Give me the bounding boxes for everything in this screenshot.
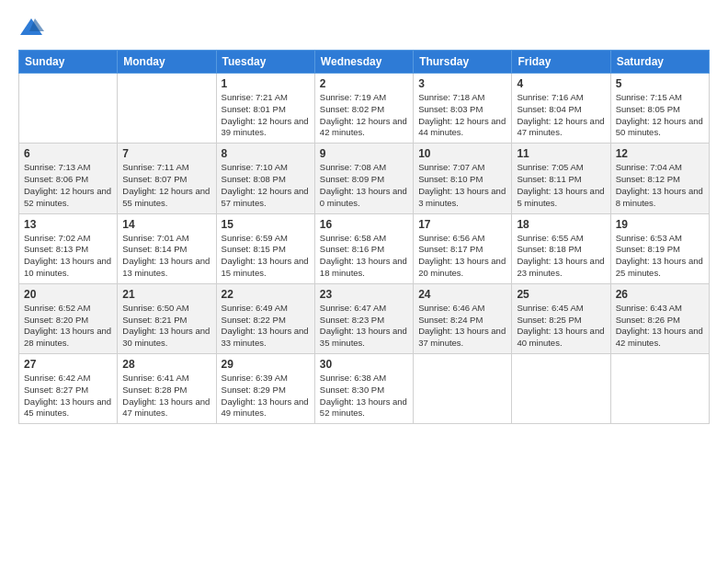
day-number: 5 <box>616 77 704 90</box>
calendar-cell: 13Sunrise: 7:02 AM Sunset: 8:13 PM Dayli… <box>19 213 118 283</box>
day-number: 27 <box>24 358 112 371</box>
calendar-cell <box>19 74 118 144</box>
calendar-week-row: 1Sunrise: 7:21 AM Sunset: 8:01 PM Daylig… <box>19 74 710 144</box>
day-info: Sunrise: 7:19 AM Sunset: 8:02 PM Dayligh… <box>320 92 408 139</box>
calendar-cell: 26Sunrise: 6:43 AM Sunset: 8:26 PM Dayli… <box>610 283 709 353</box>
calendar-day-header: Thursday <box>414 51 512 74</box>
calendar-cell <box>414 354 512 424</box>
calendar-cell: 24Sunrise: 6:46 AM Sunset: 8:24 PM Dayli… <box>414 283 512 353</box>
calendar-cell: 25Sunrise: 6:45 AM Sunset: 8:25 PM Dayli… <box>512 283 610 353</box>
day-number: 22 <box>222 288 310 301</box>
calendar-day-header: Monday <box>118 51 216 74</box>
day-info: Sunrise: 7:10 AM Sunset: 8:08 PM Dayligh… <box>222 162 310 209</box>
page: SundayMondayTuesdayWednesdayThursdayFrid… <box>0 0 728 563</box>
calendar-cell: 8Sunrise: 7:10 AM Sunset: 8:08 PM Daylig… <box>216 144 314 213</box>
calendar-cell: 1Sunrise: 7:21 AM Sunset: 8:01 PM Daylig… <box>216 74 314 144</box>
day-number: 25 <box>517 288 605 301</box>
day-info: Sunrise: 6:56 AM Sunset: 8:17 PM Dayligh… <box>418 233 506 280</box>
day-number: 7 <box>122 147 210 160</box>
day-number: 8 <box>222 147 310 160</box>
day-number: 20 <box>24 288 112 301</box>
calendar-cell <box>512 354 610 424</box>
day-info: Sunrise: 7:08 AM Sunset: 8:09 PM Dayligh… <box>320 162 408 209</box>
day-info: Sunrise: 6:47 AM Sunset: 8:23 PM Dayligh… <box>320 303 408 350</box>
header <box>18 15 710 40</box>
day-info: Sunrise: 7:15 AM Sunset: 8:05 PM Dayligh… <box>616 92 704 139</box>
day-number: 15 <box>222 218 310 231</box>
calendar-cell: 9Sunrise: 7:08 AM Sunset: 8:09 PM Daylig… <box>314 144 413 213</box>
calendar-cell: 7Sunrise: 7:11 AM Sunset: 8:07 PM Daylig… <box>118 144 216 213</box>
day-number: 19 <box>616 218 704 231</box>
day-number: 23 <box>320 288 408 301</box>
day-number: 26 <box>616 288 704 301</box>
day-info: Sunrise: 6:49 AM Sunset: 8:22 PM Dayligh… <box>222 303 310 350</box>
day-info: Sunrise: 6:59 AM Sunset: 8:15 PM Dayligh… <box>222 233 310 280</box>
day-info: Sunrise: 6:50 AM Sunset: 8:21 PM Dayligh… <box>122 303 210 350</box>
day-number: 9 <box>320 147 408 160</box>
calendar-day-header: Saturday <box>610 51 709 74</box>
day-info: Sunrise: 7:21 AM Sunset: 8:01 PM Dayligh… <box>222 92 310 139</box>
day-number: 17 <box>418 218 506 231</box>
calendar-cell: 19Sunrise: 6:53 AM Sunset: 8:19 PM Dayli… <box>610 213 709 283</box>
logo-icon <box>18 15 44 40</box>
calendar-header-row: SundayMondayTuesdayWednesdayThursdayFrid… <box>19 51 710 74</box>
calendar-cell: 4Sunrise: 7:16 AM Sunset: 8:04 PM Daylig… <box>512 74 610 144</box>
day-number: 3 <box>418 77 506 90</box>
calendar-cell: 6Sunrise: 7:13 AM Sunset: 8:06 PM Daylig… <box>19 144 118 213</box>
day-info: Sunrise: 7:05 AM Sunset: 8:11 PM Dayligh… <box>517 162 605 209</box>
day-number: 13 <box>24 218 112 231</box>
day-info: Sunrise: 7:16 AM Sunset: 8:04 PM Dayligh… <box>517 92 605 139</box>
day-info: Sunrise: 6:45 AM Sunset: 8:25 PM Dayligh… <box>517 303 605 350</box>
calendar-cell: 22Sunrise: 6:49 AM Sunset: 8:22 PM Dayli… <box>216 283 314 353</box>
day-number: 10 <box>418 147 506 160</box>
day-number: 12 <box>616 147 704 160</box>
logo <box>18 15 48 40</box>
day-info: Sunrise: 7:04 AM Sunset: 8:12 PM Dayligh… <box>616 162 704 209</box>
day-info: Sunrise: 7:11 AM Sunset: 8:07 PM Dayligh… <box>122 162 210 209</box>
day-number: 11 <box>517 147 605 160</box>
day-info: Sunrise: 6:52 AM Sunset: 8:20 PM Dayligh… <box>24 303 112 350</box>
calendar-day-header: Wednesday <box>314 51 413 74</box>
calendar-cell: 14Sunrise: 7:01 AM Sunset: 8:14 PM Dayli… <box>118 213 216 283</box>
calendar-cell: 3Sunrise: 7:18 AM Sunset: 8:03 PM Daylig… <box>414 74 512 144</box>
calendar-cell: 18Sunrise: 6:55 AM Sunset: 8:18 PM Dayli… <box>512 213 610 283</box>
calendar-cell: 12Sunrise: 7:04 AM Sunset: 8:12 PM Dayli… <box>610 144 709 213</box>
calendar-cell: 20Sunrise: 6:52 AM Sunset: 8:20 PM Dayli… <box>19 283 118 353</box>
day-info: Sunrise: 6:53 AM Sunset: 8:19 PM Dayligh… <box>616 233 704 280</box>
calendar-cell: 17Sunrise: 6:56 AM Sunset: 8:17 PM Dayli… <box>414 213 512 283</box>
day-info: Sunrise: 6:55 AM Sunset: 8:18 PM Dayligh… <box>517 233 605 280</box>
calendar-cell <box>118 74 216 144</box>
day-info: Sunrise: 6:46 AM Sunset: 8:24 PM Dayligh… <box>418 303 506 350</box>
day-number: 18 <box>517 218 605 231</box>
calendar-week-row: 6Sunrise: 7:13 AM Sunset: 8:06 PM Daylig… <box>19 144 710 213</box>
day-number: 29 <box>222 358 310 371</box>
day-info: Sunrise: 6:42 AM Sunset: 8:27 PM Dayligh… <box>24 373 112 419</box>
calendar-cell: 30Sunrise: 6:38 AM Sunset: 8:30 PM Dayli… <box>314 354 413 424</box>
calendar-cell: 2Sunrise: 7:19 AM Sunset: 8:02 PM Daylig… <box>314 74 413 144</box>
day-number: 24 <box>418 288 506 301</box>
calendar-cell: 10Sunrise: 7:07 AM Sunset: 8:10 PM Dayli… <box>414 144 512 213</box>
calendar-cell: 21Sunrise: 6:50 AM Sunset: 8:21 PM Dayli… <box>118 283 216 353</box>
day-number: 28 <box>122 358 210 371</box>
calendar-cell: 15Sunrise: 6:59 AM Sunset: 8:15 PM Dayli… <box>216 213 314 283</box>
day-number: 14 <box>122 218 210 231</box>
calendar-cell: 29Sunrise: 6:39 AM Sunset: 8:29 PM Dayli… <box>216 354 314 424</box>
day-info: Sunrise: 7:13 AM Sunset: 8:06 PM Dayligh… <box>24 162 112 209</box>
calendar-week-row: 27Sunrise: 6:42 AM Sunset: 8:27 PM Dayli… <box>19 354 710 424</box>
day-info: Sunrise: 7:02 AM Sunset: 8:13 PM Dayligh… <box>24 233 112 280</box>
calendar-day-header: Sunday <box>19 51 118 74</box>
calendar-cell: 27Sunrise: 6:42 AM Sunset: 8:27 PM Dayli… <box>19 354 118 424</box>
day-info: Sunrise: 6:39 AM Sunset: 8:29 PM Dayligh… <box>222 373 310 419</box>
calendar-day-header: Tuesday <box>216 51 314 74</box>
calendar-cell <box>610 354 709 424</box>
day-info: Sunrise: 6:41 AM Sunset: 8:28 PM Dayligh… <box>122 373 210 419</box>
day-info: Sunrise: 7:01 AM Sunset: 8:14 PM Dayligh… <box>122 233 210 280</box>
day-info: Sunrise: 6:43 AM Sunset: 8:26 PM Dayligh… <box>616 303 704 350</box>
day-info: Sunrise: 6:58 AM Sunset: 8:16 PM Dayligh… <box>320 233 408 280</box>
day-info: Sunrise: 6:38 AM Sunset: 8:30 PM Dayligh… <box>320 373 408 419</box>
day-info: Sunrise: 7:18 AM Sunset: 8:03 PM Dayligh… <box>418 92 506 139</box>
calendar-cell: 11Sunrise: 7:05 AM Sunset: 8:11 PM Dayli… <box>512 144 610 213</box>
day-number: 1 <box>222 77 310 90</box>
calendar-day-header: Friday <box>512 51 610 74</box>
day-number: 4 <box>517 77 605 90</box>
